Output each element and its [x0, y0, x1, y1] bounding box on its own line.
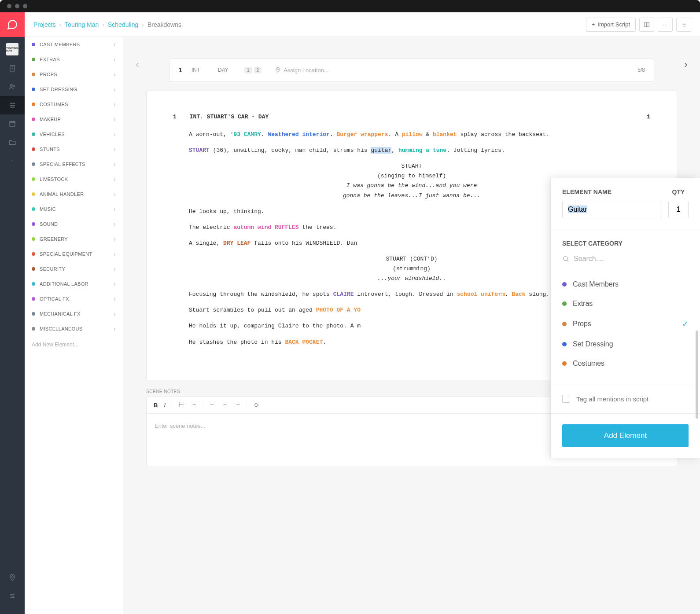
- category-dot-icon: [562, 301, 567, 306]
- chevron-right-icon: ›: [114, 235, 116, 243]
- category-label: EXTRAS: [40, 57, 60, 62]
- project-thumb[interactable]: TOURING MAN: [6, 43, 18, 55]
- svg-point-6: [13, 597, 14, 598]
- breadcrumb-projects[interactable]: Projects: [33, 21, 56, 28]
- breadcrumb-section[interactable]: Scheduling: [108, 21, 138, 28]
- assign-location-input[interactable]: Assign Location...: [275, 67, 637, 74]
- add-new-element-input[interactable]: Add New Element...: [25, 336, 123, 353]
- app-logo[interactable]: [0, 12, 25, 37]
- sidebar-category-vehicles[interactable]: VEHICLES›: [25, 127, 123, 142]
- category-option-extras[interactable]: Extras: [562, 294, 689, 313]
- category-dot-icon: [32, 192, 35, 196]
- sidebar-category-miscellaneous[interactable]: MISCELLANEOUS›: [25, 321, 123, 336]
- category-option-props[interactable]: Props✓: [562, 313, 689, 335]
- breadcrumb-project[interactable]: Touring Man: [65, 21, 99, 28]
- category-search-input[interactable]: Search....: [562, 252, 689, 270]
- sidebar-category-music[interactable]: MUSIC›: [25, 202, 123, 217]
- align-right-icon[interactable]: [234, 401, 240, 409]
- more-button[interactable]: ···: [658, 18, 673, 32]
- category-dot-icon: [32, 73, 35, 76]
- sidebar-category-makeup[interactable]: MAKEUP›: [25, 112, 123, 127]
- sidebar-category-greenery[interactable]: GREENERY›: [25, 232, 123, 246]
- sidebar-category-stunts[interactable]: STUNTS›: [25, 142, 123, 157]
- chevron-right-icon: ›: [114, 325, 116, 332]
- svg-point-9: [277, 69, 279, 70]
- window-dot-max[interactable]: [23, 4, 27, 8]
- chevron-right-icon: ›: [114, 56, 116, 63]
- sidebar-category-optical-fx[interactable]: OPTICAL FX›: [25, 291, 123, 306]
- chevron-right-icon: ›: [114, 191, 116, 198]
- next-scene-button[interactable]: ›: [677, 51, 695, 78]
- category-dot-icon: [32, 103, 35, 106]
- plus-icon: +: [592, 21, 595, 28]
- chevron-right-icon: ›: [102, 21, 104, 28]
- category-dot-icon: [32, 222, 35, 226]
- prev-scene-button[interactable]: ‹: [129, 51, 146, 78]
- list-ul-icon[interactable]: [178, 401, 184, 409]
- chevron-right-icon: ›: [114, 295, 116, 302]
- sidebar-category-props[interactable]: PROPS›: [25, 67, 123, 82]
- sidebar-category-costumes[interactable]: COSTUMES›: [25, 97, 123, 112]
- element-name-input[interactable]: Guitar: [562, 201, 662, 218]
- sidebar-category-security[interactable]: SECURITY›: [25, 261, 123, 276]
- window-dot-min[interactable]: [15, 4, 19, 8]
- rail-settings[interactable]: [0, 587, 25, 605]
- rail-cast[interactable]: [0, 77, 25, 96]
- category-option-label: Costumes: [573, 360, 604, 368]
- add-element-button[interactable]: Add Element: [562, 424, 689, 447]
- sidebar-category-set-dressing[interactable]: SET DRESSING›: [25, 82, 123, 97]
- category-dot-icon: [32, 147, 35, 151]
- layout-button[interactable]: [639, 18, 654, 32]
- sidebar-category-extras[interactable]: EXTRAS›: [25, 52, 123, 67]
- svg-point-1: [11, 85, 13, 87]
- rail-script[interactable]: [0, 59, 25, 77]
- sidebar-category-sound[interactable]: SOUND›: [25, 217, 123, 232]
- chevron-right-icon: ›: [114, 221, 116, 228]
- list-button[interactable]: [676, 18, 691, 32]
- chevron-right-icon: ›: [114, 146, 116, 153]
- category-option-set-dressing[interactable]: Set Dressing: [562, 335, 689, 354]
- sidebar-category-special-effects[interactable]: SPECIAL EFFECTS›: [25, 157, 123, 172]
- qty-input[interactable]: 1: [668, 201, 689, 218]
- category-dot-icon: [32, 88, 35, 91]
- import-script-button[interactable]: +Import Script: [586, 18, 636, 32]
- bold-button[interactable]: B: [154, 402, 158, 408]
- chevron-right-icon: ›: [114, 176, 116, 183]
- sidebar-category-additional-labor[interactable]: ADDITIONAL LABOR›: [25, 276, 123, 291]
- window-dot-close[interactable]: [7, 4, 11, 8]
- chevron-right-icon: ›: [114, 71, 116, 78]
- sidebar-category-special-equipment[interactable]: SPECIAL EQUIPMENT›: [25, 246, 123, 261]
- chevron-right-icon: ›: [114, 280, 116, 287]
- sidebar-category-animal-handler[interactable]: ANIMAL HANDLER›: [25, 187, 123, 202]
- rail-more[interactable]: ·: [0, 151, 25, 170]
- category-label: MAKEUP: [40, 117, 61, 122]
- checkbox[interactable]: [562, 395, 570, 403]
- erase-icon[interactable]: [253, 401, 259, 409]
- scrollbar[interactable]: [696, 331, 698, 419]
- align-center-icon[interactable]: [222, 401, 228, 409]
- category-option-cast-members[interactable]: Cast Members: [562, 275, 689, 294]
- rail-files[interactable]: [0, 133, 25, 151]
- scene-num-right: 1: [647, 112, 650, 122]
- list-ol-icon[interactable]: [191, 401, 197, 409]
- tag-all-checkbox-row[interactable]: Tag all mentions in script: [562, 395, 689, 403]
- rail-breakdown[interactable]: [0, 96, 25, 114]
- rail-location[interactable]: [0, 568, 25, 587]
- category-label: OPTICAL FX: [40, 296, 69, 301]
- selected-text-guitar: guitar: [371, 147, 391, 154]
- qty-label: QTY: [668, 188, 689, 195]
- category-label: SPECIAL EQUIPMENT: [40, 251, 92, 257]
- category-label: COSTUMES: [40, 102, 68, 107]
- rail-calendar[interactable]: [0, 114, 25, 133]
- align-left-icon[interactable]: [210, 401, 216, 409]
- category-dot-icon: [562, 342, 567, 346]
- sidebar-category-mechanical-fx[interactable]: MECHANICAL FX›: [25, 306, 123, 321]
- sidebar-category-livestock[interactable]: LIVESTOCK›: [25, 172, 123, 187]
- add-element-panel: ELEMENT NAME Guitar QTY 1 SELECT CATEGOR…: [550, 178, 700, 458]
- italic-button[interactable]: I: [164, 402, 166, 408]
- category-dot-icon: [32, 237, 35, 241]
- chevron-right-icon: ›: [114, 250, 116, 257]
- sidebar-category-cast-members[interactable]: CAST MEMBERS›: [25, 37, 123, 52]
- svg-rect-3: [10, 121, 15, 126]
- category-option-costumes[interactable]: Costumes: [562, 354, 689, 373]
